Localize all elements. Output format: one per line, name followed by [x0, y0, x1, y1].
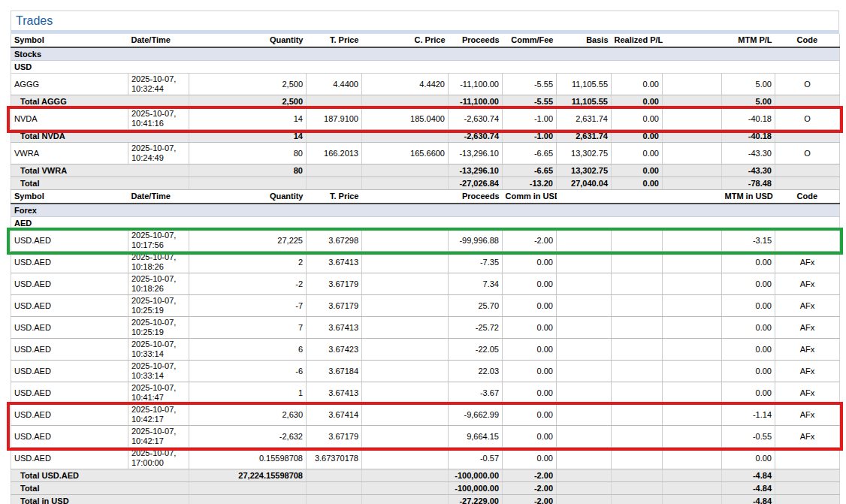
- column-header: [612, 190, 663, 204]
- value-cell: [612, 273, 663, 295]
- value-cell: 0.00: [722, 252, 775, 273]
- table-row: NVDA2025-10-07, 10:41:1614187.9100185.04…: [11, 108, 840, 130]
- value-cell: 0.00: [612, 95, 663, 108]
- datetime-cell: 2025-10-07, 10:32:44: [128, 74, 189, 95]
- value-cell: O: [775, 143, 840, 164]
- value-cell: [362, 252, 449, 273]
- value-cell: -1.00: [503, 130, 557, 143]
- value-cell: -7.35: [449, 252, 503, 273]
- value-cell: [612, 426, 663, 448]
- value-cell: 0.00: [612, 143, 663, 164]
- value-cell: -40.18: [722, 108, 775, 130]
- symbol-cell: USD.AED: [11, 382, 128, 404]
- value-cell: 1: [189, 382, 307, 404]
- value-cell: 0.00: [722, 382, 775, 404]
- value-cell: 0.00: [722, 317, 775, 339]
- value-cell: 3.67184: [307, 361, 362, 382]
- value-cell: [612, 382, 663, 404]
- value-cell: -2.00: [503, 469, 557, 482]
- value-cell: 0.00: [503, 382, 557, 404]
- trades-report: Trades SymbolDate/TimeQuantityT. PriceC.…: [11, 11, 839, 504]
- value-cell: [557, 404, 612, 426]
- section-row: Stocks: [11, 47, 840, 61]
- value-cell: 166.2013: [307, 143, 362, 164]
- value-cell: [663, 426, 722, 448]
- value-cell: 6: [189, 339, 307, 361]
- value-cell: 0.00: [722, 339, 775, 361]
- value-cell: [362, 361, 449, 382]
- value-cell: [362, 482, 449, 495]
- column-header: Date/Time: [128, 34, 189, 47]
- datetime-cell: 2025-10-07, 17:00:00: [128, 448, 189, 469]
- value-cell: [362, 382, 449, 404]
- table-row: USD.AED2025-10-07, 17:00:000.155987083.6…: [11, 448, 840, 469]
- value-cell: -11,100.00: [449, 95, 503, 108]
- section-label: Forex: [11, 204, 840, 217]
- value-cell: [362, 230, 449, 252]
- value-cell: 13,302.75: [557, 164, 612, 177]
- value-cell: 2,631.74: [557, 130, 612, 143]
- value-cell: -7: [189, 295, 307, 317]
- value-cell: [612, 317, 663, 339]
- column-header: MTM in USD: [722, 190, 775, 204]
- value-cell: [612, 404, 663, 426]
- value-cell: AFx: [775, 252, 840, 273]
- value-cell: [307, 95, 362, 108]
- value-cell: [362, 426, 449, 448]
- value-cell: [557, 361, 612, 382]
- value-cell: 80: [189, 143, 307, 164]
- value-cell: [362, 95, 449, 108]
- value-cell: -6.65: [503, 164, 557, 177]
- value-cell: 7: [189, 317, 307, 339]
- value-cell: -100,000.00: [449, 469, 503, 482]
- value-cell: 0.00: [612, 130, 663, 143]
- table-row: USD.AED2025-10-07, 10:33:1463.67423-22.0…: [11, 339, 840, 361]
- value-cell: [362, 404, 449, 426]
- symbol-cell: USD.AED: [11, 273, 128, 295]
- datetime-cell: 2025-10-07, 10:41:16: [128, 108, 189, 130]
- value-cell: -2.00: [503, 482, 557, 495]
- column-header: Quantity: [189, 34, 307, 47]
- value-cell: AFx: [775, 273, 840, 295]
- value-cell: [362, 130, 449, 143]
- value-cell: -1.14: [722, 404, 775, 426]
- value-cell: 3.67179: [307, 426, 362, 448]
- total-row: Total USD.AED27,224.15598708-100,000.00-…: [11, 469, 840, 482]
- symbol-cell: NVDA: [11, 108, 128, 130]
- datetime-cell: 2025-10-07, 10:33:14: [128, 361, 189, 382]
- table-row: USD.AED2025-10-07, 10:18:2623.67413-7.35…: [11, 252, 840, 273]
- value-cell: [775, 130, 840, 143]
- value-cell: [663, 143, 722, 164]
- column-header: Date/Time: [128, 190, 189, 204]
- value-cell: [663, 495, 722, 504]
- value-cell: -27,229.00: [449, 495, 503, 504]
- value-cell: [663, 130, 722, 143]
- table-row: USD.AED2025-10-07, 10:33:14-63.6718422.0…: [11, 361, 840, 382]
- datetime-cell: 2025-10-07, 10:18:26: [128, 252, 189, 273]
- value-cell: [612, 469, 663, 482]
- value-cell: 3.67414: [307, 404, 362, 426]
- symbol-cell: USD.AED: [11, 317, 128, 339]
- table-row: USD.AED2025-10-07, 10:18:26-23.671797.34…: [11, 273, 840, 295]
- value-cell: [362, 317, 449, 339]
- value-cell: 14: [189, 108, 307, 130]
- value-cell: [362, 469, 449, 482]
- value-cell: [557, 382, 612, 404]
- value-cell: 0.00: [503, 361, 557, 382]
- value-cell: -22.05: [449, 339, 503, 361]
- value-cell: -2: [189, 273, 307, 295]
- value-cell: [189, 482, 307, 495]
- value-cell: [663, 404, 722, 426]
- value-cell: [189, 495, 307, 504]
- value-cell: [362, 295, 449, 317]
- total-row: Total-27,026.84-13.2027,040.040.00-78.48: [11, 177, 840, 190]
- trades-tables: SymbolDate/TimeQuantityT. PriceC. PriceP…: [11, 34, 839, 504]
- value-cell: [557, 252, 612, 273]
- value-cell: AFx: [775, 382, 840, 404]
- value-cell: [775, 95, 840, 108]
- value-cell: [612, 448, 663, 469]
- value-cell: -1.00: [503, 108, 557, 130]
- column-header: [557, 190, 612, 204]
- column-header: T. Price: [307, 190, 362, 204]
- value-cell: -4.84: [722, 495, 775, 504]
